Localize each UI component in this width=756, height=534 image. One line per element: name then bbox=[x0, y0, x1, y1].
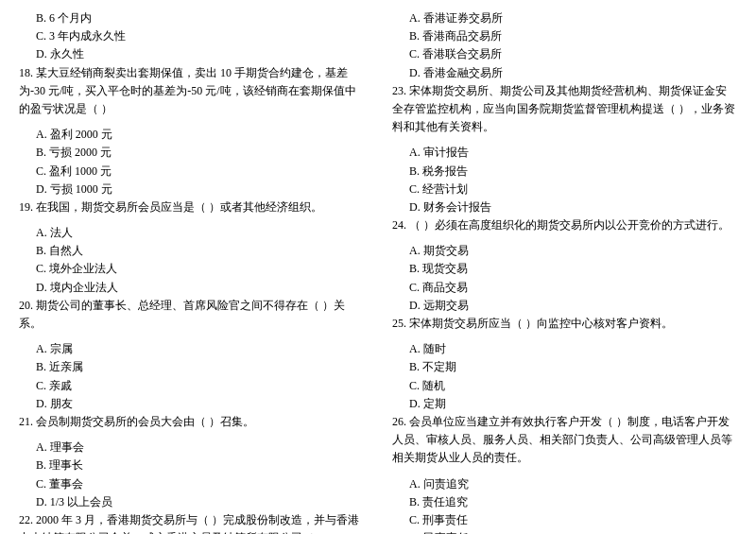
column-left: B. 6 个月内C. 3 年内成永久性D. 永久性18. 某大豆经销商裂卖出套期… bbox=[19, 9, 378, 534]
question-text-q25: 25. 宋体期货交易所应当（ ）向监控中心核对客户资料。 bbox=[392, 315, 737, 333]
question-text-q20: 20. 期货公司的董事长、总经理、首席风险官之间不得存在（ ）关系。 bbox=[19, 297, 364, 333]
option-q20c: C. 亲戚 bbox=[19, 377, 364, 395]
option-q25d: D. 定期 bbox=[392, 395, 737, 413]
option-q18b: B. 亏损 2000 元 bbox=[19, 144, 364, 162]
option-q_c3year: C. 3 年内成永久性 bbox=[19, 27, 364, 45]
option-q23a: A. 审计报告 bbox=[392, 144, 737, 162]
option-q25b: B. 不定期 bbox=[392, 358, 737, 376]
page-container: B. 6 个月内C. 3 年内成永久性D. 永久性18. 某大豆经销商裂卖出套期… bbox=[19, 9, 737, 534]
option-q_c_hkme: C. 香港联合交易所 bbox=[392, 45, 737, 63]
question-q25: 25. 宋体期货交易所应当（ ）向监控中心核对客户资料。 bbox=[392, 315, 737, 333]
option-q_d_hkfe: D. 香港金融交易所 bbox=[392, 64, 737, 82]
option-q19c: C. 境外企业法人 bbox=[19, 260, 364, 278]
option-q20d: D. 朋友 bbox=[19, 395, 364, 413]
question-text-q21: 21. 会员制期货交易所的会员大会由（ ）召集。 bbox=[19, 413, 364, 431]
question-q19: 19. 在我国，期货交易所会员应当是（ ）或者其他经济组织。 bbox=[19, 198, 364, 216]
option-q19a: A. 法人 bbox=[19, 224, 364, 242]
option-q24a: A. 期货交易 bbox=[392, 242, 737, 260]
option-q25a: A. 随时 bbox=[392, 340, 737, 358]
option-q19d: D. 境内企业法人 bbox=[19, 279, 364, 297]
option-q26d: D. 民事责任 bbox=[392, 529, 737, 534]
option-q_a_hkse: A. 香港证券交易所 bbox=[392, 9, 737, 27]
question-q23: 23. 宋体期货交易所、期货公司及其他期货经营机构、期货保证金安全存管监控机构，… bbox=[392, 82, 737, 137]
question-q22: 22. 2000 年 3 月，香港期货交易所与（ ）完成股份制改造，并与香港中央… bbox=[19, 511, 364, 534]
two-column-layout: B. 6 个月内C. 3 年内成永久性D. 永久性18. 某大豆经销商裂卖出套期… bbox=[19, 9, 737, 534]
option-q18c: C. 盈利 1000 元 bbox=[19, 163, 364, 181]
question-text-q24: 24. （ ）必须在高度组织化的期货交易所内以公开竞价的方式进行。 bbox=[392, 216, 737, 234]
question-text-q22: 22. 2000 年 3 月，香港期货交易所与（ ）完成股份制改造，并与香港中央… bbox=[19, 511, 364, 534]
option-q_b6: B. 6 个月内 bbox=[19, 9, 364, 27]
question-q21: 21. 会员制期货交易所的会员大会由（ ）召集。 bbox=[19, 413, 364, 431]
option-q26a: A. 问责追究 bbox=[392, 475, 737, 493]
option-q24b: B. 现货交易 bbox=[392, 260, 737, 278]
option-q_d_permanent: D. 永久性 bbox=[19, 45, 364, 63]
option-q23b: B. 税务报告 bbox=[392, 163, 737, 181]
option-q20a: A. 宗属 bbox=[19, 340, 364, 358]
question-text-q23: 23. 宋体期货交易所、期货公司及其他期货经营机构、期货保证金安全存管监控机构，… bbox=[392, 82, 737, 137]
option-q24d: D. 远期交易 bbox=[392, 297, 737, 315]
option-q21b: B. 理事长 bbox=[19, 456, 364, 474]
option-q_b_hkce: B. 香港商品交易所 bbox=[392, 27, 737, 45]
option-q21a: A. 理事会 bbox=[19, 439, 364, 456]
question-text-q26: 26. 会员单位应当建立并有效执行客户开发（ ）制度，电话客户开发人员、审核人员… bbox=[392, 413, 737, 468]
question-q26: 26. 会员单位应当建立并有效执行客户开发（ ）制度，电话客户开发人员、审核人员… bbox=[392, 413, 737, 468]
option-q23c: C. 经营计划 bbox=[392, 181, 737, 198]
question-q24: 24. （ ）必须在高度组织化的期货交易所内以公开竞价的方式进行。 bbox=[392, 216, 737, 234]
option-q21c: C. 董事会 bbox=[19, 475, 364, 493]
option-q24c: C. 商品交易 bbox=[392, 279, 737, 297]
question-q20: 20. 期货公司的董事长、总经理、首席风险官之间不得存在（ ）关系。 bbox=[19, 297, 364, 333]
question-text-q18: 18. 某大豆经销商裂卖出套期保值，卖出 10 手期货合约建仓，基差为-30 元… bbox=[19, 64, 364, 119]
option-q26c: C. 刑事责任 bbox=[392, 511, 737, 529]
question-q18: 18. 某大豆经销商裂卖出套期保值，卖出 10 手期货合约建仓，基差为-30 元… bbox=[19, 64, 364, 119]
option-q21d: D. 1/3 以上会员 bbox=[19, 493, 364, 511]
option-q23d: D. 财务会计报告 bbox=[392, 198, 737, 216]
option-q18d: D. 亏损 1000 元 bbox=[19, 181, 364, 198]
option-q19b: B. 自然人 bbox=[19, 242, 364, 260]
option-q26b: B. 责任追究 bbox=[392, 493, 737, 511]
question-text-q19: 19. 在我国，期货交易所会员应当是（ ）或者其他经济组织。 bbox=[19, 198, 364, 216]
option-q18a: A. 盈利 2000 元 bbox=[19, 126, 364, 144]
column-right: A. 香港证券交易所B. 香港商品交易所C. 香港联合交易所D. 香港金融交易所… bbox=[378, 9, 737, 534]
option-q25c: C. 随机 bbox=[392, 377, 737, 395]
option-q20b: B. 近亲属 bbox=[19, 358, 364, 376]
